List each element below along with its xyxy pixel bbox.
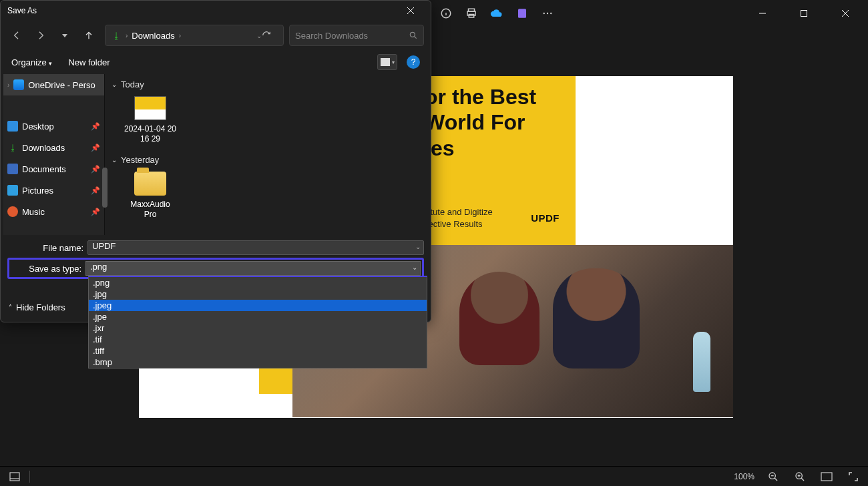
print-icon[interactable] (463, 5, 479, 21)
tree-label: Music (22, 207, 45, 217)
chevron-up-icon: ˄ (9, 304, 12, 311)
maximize-button[interactable] (791, 3, 817, 24)
tree-pictures[interactable]: Pictures📌 (3, 180, 104, 201)
info-icon[interactable] (438, 5, 454, 21)
type-option[interactable]: .png (89, 277, 427, 288)
nav-up-button[interactable] (79, 26, 98, 45)
svg-rect-14 (10, 473, 19, 481)
chevron-down-icon: ⌄ (412, 264, 417, 271)
dialog-title: Save As (7, 6, 37, 15)
minimize-button[interactable] (749, 3, 776, 24)
documents-icon (7, 164, 18, 174)
more-icon[interactable] (539, 5, 556, 21)
tree-onedrive[interactable]: › OneDrive - Perso (3, 74, 104, 95)
doc-sub-line1: titute and Digitize (426, 207, 493, 217)
svg-line-17 (775, 478, 777, 481)
address-bar[interactable]: ⭳ › Downloads › ⌄ (105, 25, 284, 46)
refresh-button[interactable] (262, 31, 282, 40)
chevron-down-icon[interactable]: ⌄ (256, 32, 262, 39)
save-type-value: .png (90, 262, 107, 272)
tree-desktop[interactable]: Desktop📌 (3, 115, 104, 137)
search-input[interactable]: Search Downloads (289, 25, 424, 46)
dialog-close-button[interactable] (397, 1, 424, 20)
cloud-icon[interactable] (489, 5, 505, 21)
file-caption: MaxxAudio Pro (124, 200, 177, 220)
onedrive-icon (13, 79, 24, 90)
tree-label: Desktop (22, 121, 54, 132)
doc-sub-line2: fective Results (426, 219, 483, 229)
tree-scrollbar[interactable] (102, 168, 107, 208)
tree-label: Pictures (22, 186, 53, 196)
music-icon (7, 206, 18, 217)
fullscreen-icon[interactable] (845, 469, 861, 485)
help-button[interactable]: ? (407, 55, 420, 69)
type-option[interactable]: .jpe (89, 311, 427, 322)
svg-rect-11 (801, 11, 807, 17)
svg-line-20 (801, 478, 804, 481)
pin-icon: 📌 (91, 144, 100, 152)
chevron-down-icon: ⌄ (112, 81, 117, 88)
downloads-folder-icon: ⭳ (111, 30, 122, 41)
save-type-dropdown[interactable]: .png.jpg.jpeg.jpe.jxr.tif.tiff.bmp (88, 276, 427, 369)
file-thumbnail (134, 96, 166, 120)
tree-label: Downloads (22, 143, 65, 153)
nav-recent-button[interactable] (55, 26, 74, 45)
svg-rect-30 (381, 58, 390, 66)
svg-point-7 (544, 13, 545, 14)
type-option[interactable]: .tif (89, 334, 427, 345)
svg-point-28 (410, 32, 415, 37)
downloads-icon: ⭳ (7, 142, 18, 153)
status-bar: 100% (0, 466, 868, 486)
hide-folders-button[interactable]: ˄ Hide Folders (9, 302, 65, 312)
new-folder-button[interactable]: New folder (68, 57, 110, 67)
pictures-icon (7, 185, 18, 196)
notes-icon[interactable] (514, 5, 530, 21)
pin-icon: 📌 (91, 122, 100, 131)
doc-brand: UPDF (531, 212, 560, 224)
address-segment[interactable]: Downloads (128, 31, 178, 41)
file-item[interactable]: 2024-01-04 20 16 29 (124, 96, 177, 144)
svg-point-9 (550, 13, 552, 14)
svg-rect-6 (518, 9, 526, 18)
tree-label: Documents (22, 164, 66, 174)
search-icon (409, 31, 418, 40)
type-option[interactable]: .jxr (89, 322, 427, 334)
group-today[interactable]: ⌄Today (112, 77, 421, 92)
file-name-label: File name: (7, 243, 87, 253)
file-item[interactable]: MaxxAudio Pro (124, 172, 177, 220)
tree-music[interactable]: Music📌 (3, 201, 104, 222)
doc-title-line1: or the Best (425, 85, 536, 109)
desktop-icon (7, 121, 18, 132)
type-option[interactable]: .tiff (89, 345, 427, 356)
chevron-down-icon: ▾ (49, 60, 52, 67)
type-option[interactable]: .bmp (89, 356, 427, 368)
zoom-in-icon[interactable] (792, 469, 808, 485)
view-mode-button[interactable]: ▾ (377, 54, 397, 70)
file-caption: 2024-01-04 20 16 29 (124, 124, 177, 144)
save-type-select[interactable]: .png ⌄ (85, 261, 421, 276)
zoom-out-icon[interactable] (765, 469, 781, 485)
type-option[interactable]: .jpeg (89, 300, 427, 311)
folder-thumbnail (134, 172, 166, 196)
svg-line-29 (415, 37, 417, 39)
group-yesterday[interactable]: ⌄Yesterday (112, 152, 421, 168)
file-name-value: UPDF (92, 241, 116, 251)
type-option[interactable]: .jpg (89, 288, 427, 300)
svg-rect-23 (821, 473, 832, 481)
pin-icon: 📌 (91, 186, 100, 195)
close-button[interactable] (832, 3, 859, 24)
tree-downloads[interactable]: ⭳Downloads📌 (3, 137, 104, 158)
fit-width-icon[interactable] (819, 469, 835, 485)
file-list: ⌄Today 2024-01-04 20 16 29 ⌄Yesterday Ma… (105, 74, 428, 235)
tree-documents[interactable]: Documents📌 (3, 158, 104, 180)
chevron-down-icon[interactable]: ⌄ (415, 243, 421, 250)
save-as-dialog: Save As ⭳ › Downloads › ⌄ Search Downloa… (0, 0, 431, 322)
chevron-right-icon: › (179, 32, 181, 39)
file-name-input[interactable]: UPDF ⌄ (87, 240, 424, 255)
thumbnails-icon[interactable] (7, 469, 23, 485)
nav-forward-button[interactable] (31, 26, 50, 45)
nav-back-button[interactable] (7, 26, 26, 45)
group-label: Yesterday (121, 155, 159, 165)
search-placeholder: Search Downloads (295, 31, 368, 41)
organize-button[interactable]: Organize ▾ (11, 57, 52, 67)
